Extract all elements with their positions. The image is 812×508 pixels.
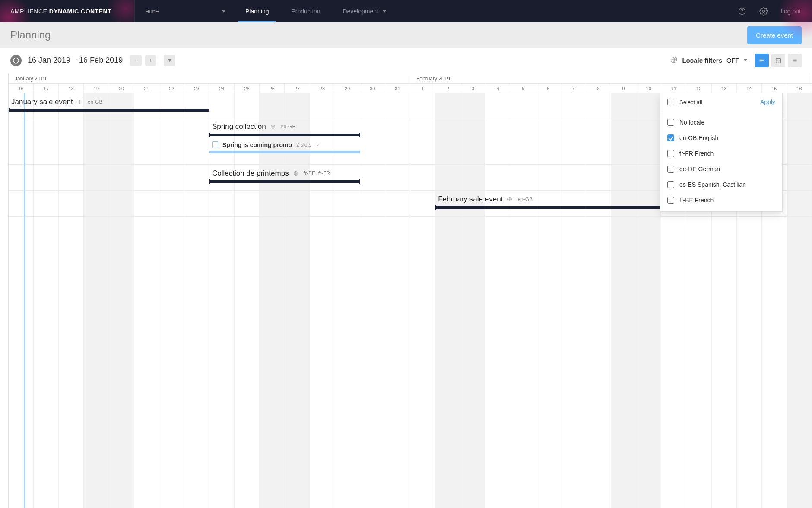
day-header: 6 (536, 84, 561, 93)
settings-icon[interactable] (759, 6, 768, 16)
page-header: Planning Create event (0, 22, 812, 48)
page-title: Planning (10, 29, 51, 41)
view-calendar-button[interactable] (771, 54, 785, 67)
day-header: 23 (184, 84, 209, 93)
event-bar[interactable] (209, 134, 360, 136)
event-locale: en-GB (517, 196, 533, 202)
nav-tabs: PlanningProductionDevelopment (234, 0, 397, 22)
globe-icon (507, 196, 513, 202)
svg-rect-5 (776, 58, 781, 63)
hub-name: HubF (145, 8, 159, 15)
month-header: January 2019 (9, 73, 410, 83)
hub-dropdown[interactable]: HubF (135, 0, 234, 22)
locale-option[interactable]: en-GB English (660, 130, 782, 146)
timeline-grid[interactable]: Select all Apply No localeen-GB Englishf… (9, 93, 812, 508)
event-locale: en-GB (281, 124, 296, 130)
filter-button[interactable] (164, 55, 175, 66)
day-header: 24 (209, 84, 235, 93)
select-all-checkbox[interactable] (667, 99, 674, 105)
nav-tab-planning[interactable]: Planning (234, 0, 280, 22)
event-label[interactable]: Collection de printempsfr-BE, fr-FR (212, 169, 330, 178)
event-title: Spring collection (212, 122, 266, 131)
day-header: 5 (511, 84, 536, 93)
globe-icon (77, 99, 83, 105)
day-header: 2 (435, 84, 460, 93)
month-header: February 2019 (410, 73, 812, 83)
checkbox[interactable] (667, 166, 674, 173)
locale-option[interactable]: fr-FR French (660, 146, 782, 161)
timeline: January 2019February 2019 16171819202122… (0, 73, 812, 508)
locale-option[interactable]: de-DE German (660, 161, 782, 177)
view-timeline-button[interactable] (755, 54, 769, 67)
event-label[interactable]: Spring collectionen-GB (212, 122, 295, 131)
day-header: 14 (737, 84, 762, 93)
sub-event-title: Spring is coming promo (222, 141, 292, 148)
day-header: 20 (109, 84, 134, 93)
event-label[interactable]: February sale eventen-GB (438, 195, 533, 204)
zoom-out-button[interactable]: − (130, 55, 142, 66)
locale-filter-value: OFF (726, 57, 739, 64)
locale-filter-label: Locale filters (682, 57, 722, 64)
day-header: 27 (285, 84, 310, 93)
select-all-label: Select all (679, 99, 702, 105)
day-header: 21 (134, 84, 159, 93)
svg-point-2 (763, 10, 765, 13)
checkbox[interactable] (667, 197, 674, 204)
day-header: 25 (235, 84, 260, 93)
day-header: 29 (335, 84, 360, 93)
day-header: 8 (586, 84, 611, 93)
event-bar[interactable] (209, 180, 360, 183)
top-nav: AMPLIENCE DYNAMIC CONTENT HubF PlanningP… (0, 0, 812, 22)
event-label[interactable]: January sale eventen-GB (11, 98, 102, 106)
day-header: 9 (611, 84, 636, 93)
sub-event-bar[interactable] (209, 151, 360, 153)
logout-link[interactable]: Log out (780, 8, 801, 15)
chevron-down-icon (744, 59, 747, 61)
event-bar[interactable] (9, 109, 209, 112)
globe-icon (670, 56, 678, 65)
day-header: 17 (34, 84, 59, 93)
zoom-in-button[interactable]: + (145, 55, 156, 66)
slots-count: 2 slots (296, 142, 311, 148)
today-indicator (24, 93, 25, 508)
month-header-row: January 2019February 2019 (9, 73, 812, 84)
nav-tab-development[interactable]: Development (331, 0, 397, 22)
nav-tab-production[interactable]: Production (280, 0, 332, 22)
chevron-right-icon (316, 141, 320, 148)
locale-option-label: fr-BE French (679, 197, 714, 204)
document-icon (212, 141, 218, 148)
event-title: February sale event (438, 195, 503, 204)
locale-option-label: No locale (679, 119, 704, 126)
day-header: 19 (84, 84, 109, 93)
day-header: 11 (661, 84, 686, 93)
day-header: 12 (686, 84, 711, 93)
help-icon[interactable] (737, 6, 747, 16)
day-header-row: 1617181920212223242526272829303112345678… (9, 84, 812, 93)
day-header: 26 (260, 84, 285, 93)
checkbox[interactable] (667, 134, 674, 141)
sub-event-label[interactable]: Spring is coming promo2 slots (212, 141, 320, 148)
day-header: 28 (310, 84, 335, 93)
day-header: 10 (636, 84, 661, 93)
globe-icon (270, 124, 276, 130)
locale-option[interactable]: fr-BE French (660, 192, 782, 208)
brand: AMPLIENCE DYNAMIC CONTENT (0, 0, 135, 22)
locale-option-label: fr-FR French (679, 150, 714, 157)
toolbar: 16 Jan 2019 – 16 Feb 2019 − + Locale fil… (0, 48, 812, 73)
day-header: 16 (9, 84, 34, 93)
view-list-button[interactable] (788, 54, 802, 67)
checkbox[interactable] (667, 119, 674, 126)
day-header: 30 (360, 84, 385, 93)
checkbox[interactable] (667, 181, 674, 188)
chevron-down-icon (383, 10, 386, 13)
locale-option[interactable]: es-ES Spanish, Castilian (660, 177, 782, 192)
create-event-button[interactable]: Create event (747, 26, 802, 44)
locale-filter-trigger[interactable]: Locale filters OFF (670, 56, 747, 65)
checkbox[interactable] (667, 150, 674, 157)
day-header: 13 (712, 84, 737, 93)
event-title: January sale event (11, 98, 73, 106)
chevron-down-icon (222, 10, 225, 13)
clock-icon[interactable] (10, 55, 22, 66)
apply-button[interactable]: Apply (760, 99, 775, 105)
locale-option[interactable]: No locale (660, 115, 782, 130)
